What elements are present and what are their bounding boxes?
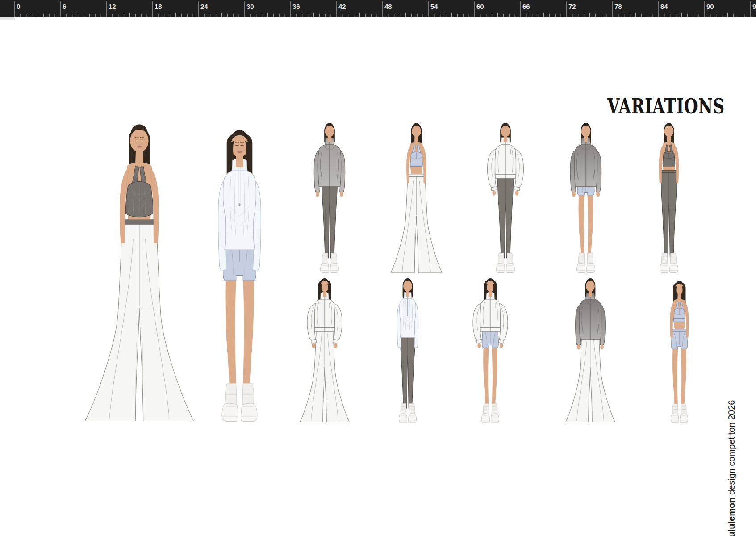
ruler-shadow-strip	[0, 17, 756, 20]
svg-text:0: 0	[17, 3, 20, 10]
figure-bottom-row-5[interactable]	[646, 276, 713, 427]
svg-text:42: 42	[338, 3, 346, 10]
svg-text:60: 60	[476, 3, 484, 10]
figure-top-row-3[interactable]	[470, 118, 541, 277]
artboard-canvas[interactable]: VARIATIONS lululemon design competiton 2…	[0, 20, 756, 536]
svg-text:24: 24	[200, 3, 208, 10]
design-app-window: 06121824303642485460667278849096 VARIATI…	[0, 0, 756, 536]
brand-name: lululemon	[727, 498, 736, 536]
figure-top-row-5[interactable]	[634, 118, 704, 277]
svg-text:78: 78	[614, 3, 622, 10]
figure-bottom-row-1[interactable]	[291, 274, 359, 427]
svg-text:54: 54	[430, 3, 438, 10]
svg-text:12: 12	[109, 3, 116, 10]
svg-text:84: 84	[660, 3, 668, 10]
svg-text:66: 66	[522, 3, 530, 10]
svg-text:36: 36	[292, 3, 300, 10]
credit-text: design competiton 2026	[727, 400, 736, 498]
svg-text:48: 48	[384, 3, 392, 10]
horizontal-ruler[interactable]: 06121824303642485460667278849096	[0, 0, 756, 17]
figure-top-row-1[interactable]	[294, 118, 365, 277]
figure-bottom-row-4[interactable]	[556, 274, 624, 427]
svg-text:72: 72	[568, 3, 576, 10]
svg-text:6: 6	[63, 3, 66, 10]
page-title: VARIATIONS	[607, 96, 725, 117]
svg-text:30: 30	[246, 3, 254, 10]
figure-bottom-row-2[interactable]	[374, 274, 442, 427]
competition-credit: lululemon design competiton 2026	[726, 400, 737, 536]
figure-model-2[interactable]	[171, 121, 308, 430]
figure-top-row-2[interactable]	[381, 118, 452, 278]
svg-text:90: 90	[706, 3, 714, 10]
figure-bottom-row-3[interactable]	[456, 274, 524, 427]
svg-text:18: 18	[155, 3, 162, 10]
ruler-corner-box	[0, 17, 15, 20]
svg-text:96: 96	[752, 3, 756, 10]
figure-top-row-4[interactable]	[551, 118, 621, 277]
